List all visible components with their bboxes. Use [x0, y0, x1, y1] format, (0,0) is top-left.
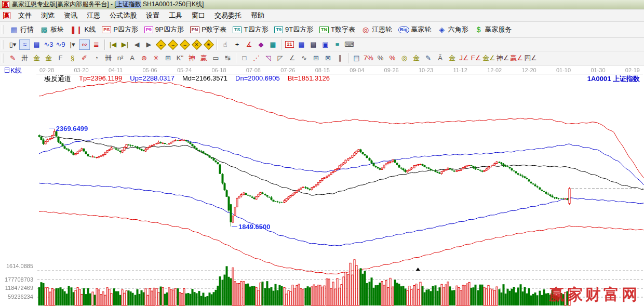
nav-first-icon[interactable]: |◀: [108, 39, 118, 50]
grid-star-icon[interactable]: ⊞: [163, 53, 173, 63]
winner-wheel-button[interactable]: Big赢家轮: [395, 24, 435, 35]
gold-underline-icon[interactable]: 金: [447, 53, 458, 63]
nav-prev-icon[interactable]: ◀: [131, 39, 142, 50]
quotes-button[interactable]: ▦行情: [7, 24, 37, 35]
si-angle-icon[interactable]: 四∠: [524, 53, 537, 63]
pen-tool-icon[interactable]: ✎: [7, 53, 18, 63]
ruler-tool-icon[interactable]: ▭: [210, 53, 221, 63]
box-range-icon[interactable]: □: [239, 53, 250, 63]
spoke-star-icon[interactable]: ✳: [151, 53, 162, 63]
gold-angle-icon[interactable]: 金∠: [482, 53, 495, 63]
shen-tool-icon[interactable]: 神: [186, 53, 197, 63]
n-square-icon[interactable]: n²: [115, 53, 126, 63]
ying-angle-icon[interactable]: 赢∠: [510, 53, 523, 63]
fan-box-down-icon[interactable]: ◸: [275, 53, 286, 63]
zoom-in-icon[interactable]: ✕: [191, 39, 202, 50]
shen-angle-icon[interactable]: 神∠: [497, 53, 509, 63]
menu-item-1[interactable]: 浏览: [36, 10, 59, 20]
menu-item-9[interactable]: 帮助: [246, 10, 269, 20]
date-ruler[interactable]: 02-2803-2004-1105-0605-2406-1807-0807-26…: [36, 65, 643, 74]
crosshair-tool-icon[interactable]: +: [232, 39, 243, 50]
golden-section-icon[interactable]: 金: [31, 53, 42, 63]
maze-tool-icon[interactable]: ▦: [267, 39, 278, 50]
k-mark-icon[interactable]: K": [175, 53, 185, 63]
wave-3-icon[interactable]: ∿3: [43, 39, 54, 50]
info-note-icon[interactable]: ▤: [31, 39, 42, 50]
parallel-lines-icon[interactable]: ∥: [334, 53, 345, 63]
hand-tool-icon[interactable]: ☝: [220, 39, 231, 50]
gann-fan-icon[interactable]: ⋰: [251, 53, 262, 63]
zigzag-icon[interactable]: ∿: [299, 53, 310, 63]
sectors-button[interactable]: ▩板块: [37, 24, 67, 35]
menu-item-7[interactable]: 窗口: [187, 10, 210, 20]
save-icon[interactable]: ▣: [320, 39, 331, 50]
ink-line-icon[interactable]: ✎: [423, 53, 434, 63]
calendar-icon[interactable]: 21: [284, 39, 295, 50]
zoom-out-icon[interactable]: ✳: [203, 39, 214, 50]
channel-overlay-icon[interactable]: ≈: [19, 39, 30, 50]
menu-item-2[interactable]: 资讯: [59, 10, 82, 20]
fib-levels-icon[interactable]: F: [55, 53, 66, 63]
t-digit-table-button[interactable]: TNT数字表: [316, 24, 358, 35]
zoom-right-icon[interactable]: →: [167, 39, 178, 50]
ying-tool-icon[interactable]: 赢: [198, 53, 209, 63]
t9-square-button[interactable]: T99T四方形: [271, 24, 316, 35]
t-square-button[interactable]: TST四方形: [230, 24, 271, 35]
title-bar[interactable]: 赢 赢家江恩专业版[赢家内部服务平台] - [上证指数 SH1A0001-250…: [0, 0, 644, 9]
gold-line-icon[interactable]: 金: [411, 53, 422, 63]
grid-arrow-icon[interactable]: ⊠: [323, 53, 333, 63]
f-angle-icon[interactable]: F∠: [471, 53, 481, 63]
zoom-left-icon[interactable]: ←: [155, 39, 166, 50]
winner-service-button[interactable]: $赢家服务: [472, 24, 515, 35]
fan-box-up-icon[interactable]: ◹: [263, 53, 274, 63]
menu-item-6[interactable]: 工具: [164, 10, 187, 20]
nav-last-icon[interactable]: ▶|: [119, 39, 130, 50]
volume-profile-icon[interactable]: ≣: [91, 39, 102, 50]
menu-item-3[interactable]: 江恩: [82, 10, 105, 20]
p-digit-table-button[interactable]: PNP数字表: [187, 24, 230, 35]
brush-tool-icon[interactable]: ✐: [79, 53, 90, 63]
toolbar-grip[interactable]: [2, 25, 4, 34]
span-measure-icon[interactable]: ↹: [222, 53, 233, 63]
spiral-tool-icon[interactable]: §: [67, 53, 78, 63]
j-angle-icon[interactable]: J∠: [459, 53, 469, 63]
chart-canvas[interactable]: [0, 65, 644, 306]
gann-grid-icon[interactable]: 卅: [19, 53, 30, 63]
percent-7-icon[interactable]: 7%: [363, 53, 374, 63]
percent-line-icon[interactable]: %: [387, 53, 398, 63]
golden-band-icon[interactable]: 金: [43, 53, 54, 63]
price-ladder-icon[interactable]: ▤: [351, 53, 362, 63]
gann-scribe-icon[interactable]: ∾: [79, 39, 90, 50]
gann-wheel-button[interactable]: ◎江恩轮: [358, 24, 395, 35]
bar-count-icon[interactable]: 卌: [103, 53, 114, 63]
mirror-a-icon[interactable]: A: [127, 53, 138, 63]
gann-pattern-icon[interactable]: ◆: [256, 39, 266, 50]
menu-item-0[interactable]: 文件: [14, 10, 36, 20]
toolbar-grip[interactable]: [2, 40, 4, 49]
grid-cells-icon[interactable]: ⊞: [311, 53, 321, 63]
nav-next-icon[interactable]: ▶: [143, 39, 154, 50]
kline-style-dropdown-icon[interactable]: ▯▾: [7, 39, 18, 50]
angle-measure-icon[interactable]: ∡: [244, 39, 254, 50]
remote-pc-icon[interactable]: ⌨: [344, 39, 355, 50]
kline-button[interactable]: ❚❙K线: [67, 24, 99, 35]
calculator-icon[interactable]: ▦: [296, 39, 307, 50]
p9-square-button[interactable]: P99P四方形: [141, 24, 187, 35]
gold-circle-icon[interactable]: ◎: [399, 53, 410, 63]
toolbar-grip[interactable]: [2, 54, 4, 63]
zoom-horizontal-icon[interactable]: ↔: [179, 39, 190, 50]
menu-item-5[interactable]: 设置: [141, 10, 164, 20]
network-icon[interactable]: ≡: [332, 39, 343, 50]
angle-lines-icon[interactable]: ∠: [287, 53, 298, 63]
p-square-button[interactable]: PSP四方形: [99, 24, 141, 35]
notes-icon[interactable]: ▤: [308, 39, 319, 50]
hexagon-button[interactable]: ◈六角形: [435, 24, 472, 35]
wave-a-icon[interactable]: Ã: [435, 53, 446, 63]
cycle-tool-icon[interactable]: ◔: [91, 53, 102, 63]
circle-cross-icon[interactable]: ⊕: [139, 53, 150, 63]
wave-9-icon[interactable]: ∿9: [55, 39, 66, 50]
menu-item-4[interactable]: 公式选股: [105, 10, 141, 20]
menu-item-8[interactable]: 交易委托: [210, 10, 246, 20]
percent-icon[interactable]: %: [375, 53, 386, 63]
candle-type-dropdown-icon[interactable]: |▾: [67, 39, 78, 50]
